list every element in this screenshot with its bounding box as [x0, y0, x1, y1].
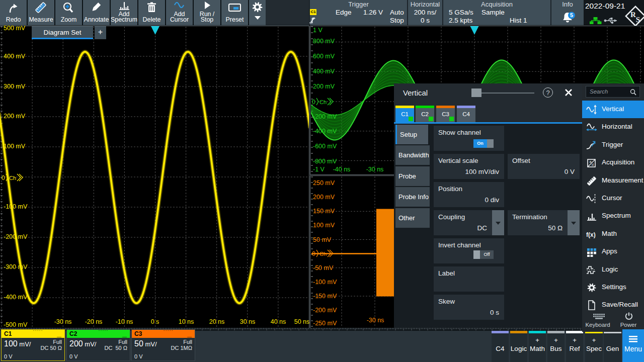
svg-text:d: d [592, 163, 594, 166]
svg-text:a: a [590, 160, 592, 163]
svg-text:f(x): f(x) [586, 231, 596, 238]
